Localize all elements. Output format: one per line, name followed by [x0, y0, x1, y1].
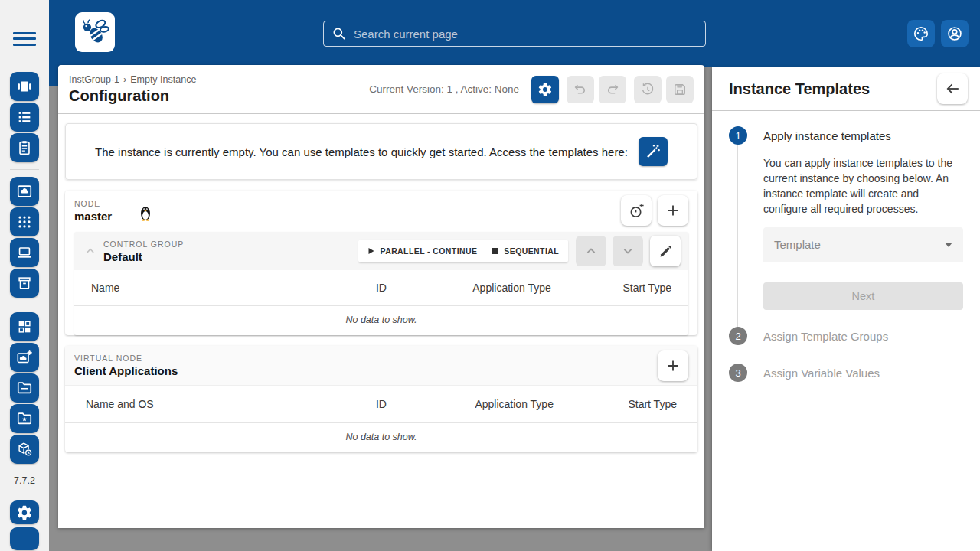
- virtual-node-name: Client Applications: [74, 364, 178, 377]
- sidebar-item-image-config[interactable]: [10, 343, 39, 372]
- app-version: 7.7.2: [14, 475, 35, 486]
- empty-instance-banner: The instance is currently empty. You can…: [65, 123, 697, 180]
- sidebar-item-instances[interactable]: [10, 72, 39, 101]
- undo-icon: [573, 82, 588, 97]
- restore-version-button[interactable]: [634, 76, 662, 103]
- redo-button[interactable]: [599, 76, 626, 103]
- sidebar: 7.7.2: [0, 0, 49, 551]
- move-group-up-button[interactable]: [576, 236, 606, 266]
- undo-button[interactable]: [567, 76, 594, 103]
- empty-table-message: No data to show.: [74, 305, 688, 335]
- sidebar-item-cloud[interactable]: [10, 177, 39, 206]
- search-input[interactable]: [354, 28, 697, 41]
- bee-logo-icon: [78, 15, 112, 49]
- sidebar-item-archive[interactable]: [10, 269, 39, 298]
- plus-icon: [665, 202, 681, 219]
- sidebar-item-packages[interactable]: [10, 435, 39, 464]
- laptop-icon: [16, 244, 33, 261]
- sidebar-item-hosts[interactable]: [10, 238, 39, 267]
- control-group-kind-label: CONTROL GROUP: [103, 240, 184, 249]
- cloud-box-icon: [16, 183, 33, 200]
- step-2-label: Assign Template Groups: [763, 330, 888, 343]
- folder-star-icon: [16, 410, 33, 427]
- gear-icon: [537, 82, 553, 97]
- open-templates-button[interactable]: [639, 137, 668, 166]
- chevron-down-icon: [620, 243, 635, 259]
- template-select[interactable]: Template: [763, 227, 963, 262]
- redo-icon: [605, 82, 620, 97]
- stop-mode-badge: SEQUENTIAL: [491, 246, 559, 256]
- sidebar-item-more[interactable]: [10, 527, 39, 550]
- play-icon: [368, 247, 375, 255]
- node-kind-label: NODE: [74, 199, 112, 208]
- client-app-table-header: Name and OS ID Application Type Start Ty…: [65, 386, 697, 422]
- archive-box-icon: [16, 275, 33, 292]
- header-accent-stub: [49, 67, 58, 86]
- settings-gear-icon: [16, 504, 33, 521]
- sidebar-item-apps[interactable]: [10, 207, 39, 236]
- collapse-chevron-icon[interactable]: [83, 244, 97, 258]
- add-control-group-button[interactable]: [658, 195, 688, 226]
- step-3-circle: 3: [729, 364, 747, 382]
- add-scheduled-action-button[interactable]: [621, 195, 652, 226]
- control-group-name: Default: [103, 250, 184, 263]
- template-select-label: Template: [774, 238, 821, 251]
- control-group-mode-badges: PARALLEL - CONTINUE SEQUENTIAL: [358, 240, 568, 262]
- close-panel-button[interactable]: [937, 73, 968, 104]
- step-3-label: Assign Variable Values: [763, 367, 880, 380]
- timer-add-icon: [628, 202, 645, 220]
- next-button[interactable]: Next: [763, 282, 963, 310]
- sidebar-item-tasks[interactable]: [10, 133, 39, 162]
- version-status-text: Current Version: 1 , Active: None: [369, 83, 519, 95]
- clipboard-icon: [16, 139, 33, 156]
- sidebar-item-favorites[interactable]: [10, 404, 39, 433]
- move-group-down-button[interactable]: [612, 236, 643, 266]
- virtual-node-section: VIRTUAL NODE Client Applications Name an…: [65, 346, 697, 452]
- empty-table-message: No data to show.: [65, 422, 697, 452]
- app-logo[interactable]: [75, 12, 115, 52]
- chevron-up-icon: [583, 243, 599, 259]
- step-1: 1 Apply instance templates: [729, 126, 963, 145]
- sidebar-item-dashboard[interactable]: [10, 312, 39, 341]
- sidebar-item-settings[interactable]: [10, 500, 39, 523]
- add-client-application-button[interactable]: [658, 350, 688, 381]
- edit-control-group-button[interactable]: [650, 236, 681, 266]
- save-icon: [672, 82, 688, 97]
- panel-title: Instance Templates: [729, 80, 870, 98]
- breadcrumb-separator: ›: [123, 74, 126, 85]
- breadcrumb-instance[interactable]: Empty Instance: [130, 74, 196, 85]
- start-mode-badge: PARALLEL - CONTINUE: [368, 246, 478, 256]
- virtual-node-kind-label: VIRTUAL NODE: [74, 354, 178, 363]
- banner-text: The instance is currently empty. You can…: [95, 145, 628, 158]
- magic-wand-icon: [645, 143, 662, 160]
- plus-icon: [665, 357, 681, 374]
- sidebar-item-list[interactable]: [10, 103, 39, 132]
- widgets-icon: [16, 318, 33, 335]
- breadcrumb: InstGroup-1›Empty Instance: [69, 74, 196, 85]
- breadcrumb-group[interactable]: InstGroup-1: [69, 74, 119, 85]
- list-icon: [16, 109, 33, 126]
- stop-square-icon: [491, 247, 498, 255]
- page-title: Configuration: [69, 87, 196, 105]
- search-icon: [332, 26, 347, 41]
- save-button[interactable]: [666, 76, 694, 103]
- process-table-header: Name ID Application Type Start Type: [74, 270, 688, 305]
- sidebar-divider: [10, 305, 39, 305]
- control-group-panel: CONTROL GROUP Default PARALLEL - CONTINU…: [74, 232, 688, 335]
- hamburger-menu-button[interactable]: [13, 32, 36, 46]
- sidebar-divider: [10, 169, 39, 170]
- account-icon: [946, 25, 963, 42]
- node-section: NODE master CONTROL GROUP Default: [65, 191, 697, 335]
- column-header-start-type: Start Type: [584, 282, 671, 294]
- sidebar-item-files[interactable]: [10, 373, 39, 403]
- theme-button[interactable]: [907, 20, 935, 47]
- top-app-bar: [49, 0, 980, 67]
- column-header-name: Name: [91, 282, 323, 294]
- package-clock-icon: [16, 441, 33, 458]
- search-bar[interactable]: [323, 21, 706, 47]
- view-carousel-icon: [16, 78, 33, 95]
- linux-penguin-icon: [138, 204, 153, 221]
- edit-pencil-icon: [658, 243, 674, 259]
- configuration-settings-button[interactable]: [531, 76, 559, 103]
- account-button[interactable]: [941, 20, 969, 47]
